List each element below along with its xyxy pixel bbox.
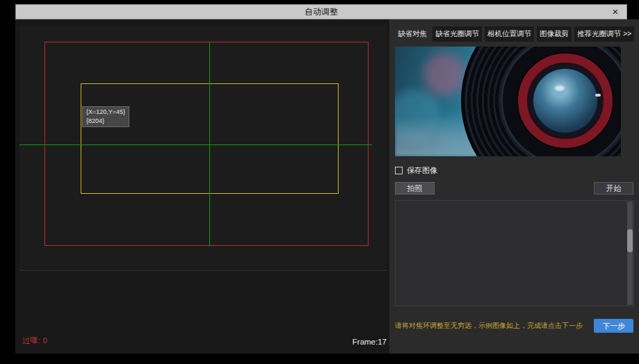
- pixel-tooltip: {X=120,Y=45} {8204}: [82, 106, 129, 127]
- tab-recommended-aperture[interactable]: 推荐光圈调节 >>: [574, 26, 634, 42]
- pixel-tooltip-coords: {X=120,Y=45}: [86, 108, 125, 117]
- instruction-text: 请将对焦环调整至无穷远，示例图像如上，完成请点击下一步: [395, 321, 583, 331]
- dialog-body: {X=120,Y=45} {8204} 过曝: 0 Frame:17 缺省对焦 …: [15, 19, 627, 354]
- frame-counter: Frame:17: [353, 338, 387, 346]
- wizard-footer: 请将对焦环调整至无穷远，示例图像如上，完成请点击下一步 下一步: [395, 318, 633, 333]
- tab-camera-position[interactable]: 相机位置调节: [485, 26, 534, 42]
- sample-lens-image: [395, 47, 621, 156]
- title-bar[interactable]: 自动调整 ×: [15, 4, 627, 19]
- lens-edge-highlight: [595, 94, 601, 97]
- close-icon[interactable]: ×: [607, 5, 624, 19]
- auto-adjust-dialog: 自动调整 × {X=120,Y=45} {8204} 过曝: 0 Frame:1…: [15, 4, 627, 354]
- tab-image-crop[interactable]: 图像裁剪: [537, 26, 572, 42]
- camera-lens-barrel: [461, 47, 621, 156]
- save-image-row: 保存图像: [395, 165, 634, 176]
- camera-viewport[interactable]: {X=120,Y=45} {8204} 过曝: 0 Frame:17: [15, 19, 389, 354]
- next-step-button[interactable]: 下一步: [594, 319, 633, 333]
- overexposure-status: 过曝: 0: [22, 336, 47, 346]
- control-panel: 缺省对焦 缺省光圈调节 相机位置调节 图像裁剪 推荐光圈调节 >>: [389, 19, 639, 354]
- start-button[interactable]: 开始: [594, 182, 633, 195]
- action-button-row: 拍照 开始: [395, 182, 634, 195]
- scrollbar-thumb[interactable]: [627, 229, 633, 252]
- pixel-tooltip-value: {8204}: [86, 117, 125, 126]
- window-title: 自动调整: [16, 5, 626, 19]
- camera-lens-glass: [533, 69, 597, 133]
- crosshair-horizontal-line: [19, 144, 372, 145]
- preview-canvas[interactable]: {X=120,Y=45} {8204}: [19, 25, 387, 271]
- save-image-checkbox[interactable]: [395, 167, 403, 174]
- save-image-label: 保存图像: [407, 165, 437, 176]
- tab-bar: 缺省对焦 缺省光圈调节 相机位置调节 图像裁剪 推荐光圈调节 >>: [395, 26, 634, 42]
- lens-highlight: [555, 85, 565, 91]
- vertical-scrollbar[interactable]: [627, 201, 633, 305]
- tab-default-focus[interactable]: 缺省对焦: [395, 26, 430, 42]
- log-listbox[interactable]: [395, 200, 634, 306]
- capture-button[interactable]: 拍照: [395, 182, 435, 195]
- tab-default-aperture[interactable]: 缺省光圈调节: [432, 26, 482, 42]
